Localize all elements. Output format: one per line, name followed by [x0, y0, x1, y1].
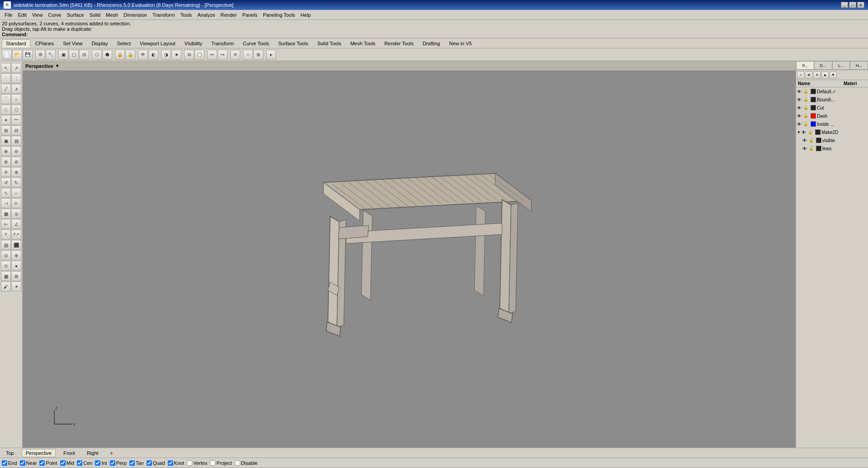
rp-tab-display[interactable]: D...: [814, 61, 832, 70]
tb-deselect[interactable]: ▢: [69, 50, 79, 60]
tab-mesh-tools[interactable]: Mesh Tools: [346, 39, 379, 48]
lt-clipping-plane[interactable]: ⬛: [11, 240, 21, 250]
osnap-cen-cb[interactable]: [77, 460, 82, 466]
tb-save[interactable]: 💾: [23, 50, 33, 60]
osnap-tan-cb[interactable]: [129, 460, 135, 466]
osnap-quad[interactable]: Quad: [147, 460, 165, 466]
vp-tab-top[interactable]: Top: [2, 449, 18, 457]
lt-dim-linear[interactable]: ⊢: [1, 219, 11, 229]
tb-delete[interactable]: ✕: [230, 50, 240, 60]
lt-gumball[interactable]: ⊙: [1, 261, 11, 271]
layer-color-boundi[interactable]: [811, 97, 816, 102]
rp-tab-help[interactable]: H...: [850, 61, 868, 70]
layer-color-lines[interactable]: [816, 146, 821, 151]
tb-redo[interactable]: ↪: [218, 50, 228, 60]
layer-lock-dash[interactable]: 🔓: [803, 114, 810, 118]
menu-transform[interactable]: Transform: [150, 11, 178, 19]
layer-color-make2d[interactable]: [815, 129, 821, 135]
layer-row-dash[interactable]: 👁 🔓 Dash: [796, 112, 868, 120]
osnap-cen[interactable]: Cen: [77, 460, 92, 466]
osnap-mid-cb[interactable]: [60, 460, 66, 466]
osnap-quad-cb[interactable]: [147, 460, 152, 466]
layer-expand-make2d[interactable]: ▼: [797, 130, 802, 134]
lt-curve-from-pts[interactable]: ✦: [1, 115, 11, 125]
menu-analyze[interactable]: Analyze: [194, 11, 218, 19]
minimize-button[interactable]: _: [841, 2, 848, 8]
layer-eye-make2d[interactable]: 👁: [802, 130, 808, 135]
osnap-disable[interactable]: Disable: [235, 460, 258, 466]
menu-edit[interactable]: Edit: [15, 11, 29, 19]
lt-record[interactable]: ●: [11, 261, 21, 271]
osnap-disable-cb[interactable]: [235, 460, 240, 466]
tb-show[interactable]: 👁: [138, 50, 148, 60]
tab-visibility[interactable]: Visibility: [180, 39, 207, 48]
lt-extrude-tapered[interactable]: ▤: [11, 136, 21, 146]
lt-arc[interactable]: ⌒: [1, 94, 11, 104]
tb-copy[interactable]: ⧉: [184, 50, 194, 60]
tab-set-view[interactable]: Set View: [59, 39, 86, 48]
rp-new-layer[interactable]: +: [797, 72, 804, 79]
lt-end-paint[interactable]: 🖌: [1, 282, 11, 291]
tb-end-of-bar[interactable]: ▸: [266, 50, 276, 60]
lt-surface-from-planar[interactable]: ⊟: [11, 125, 21, 135]
layer-eye-lines[interactable]: 👁: [802, 146, 809, 151]
tb-new[interactable]: 📄: [2, 50, 12, 60]
tb-properties[interactable]: 🔧: [46, 50, 56, 60]
layer-row-boundi[interactable]: 👁 🔓 Boundi...: [796, 96, 868, 104]
layer-color-inside[interactable]: [811, 121, 816, 127]
tb-render[interactable]: ★: [171, 50, 181, 60]
lt-smart-track[interactable]: ⊕: [11, 250, 21, 260]
tb-open[interactable]: 📂: [12, 50, 22, 60]
layer-eye-cut[interactable]: 👁: [797, 105, 803, 110]
lt-mirror[interactable]: ⊣: [1, 198, 11, 208]
osnap-mid[interactable]: Mid: [60, 460, 75, 466]
lt-boolean-intersect[interactable]: ⊗: [1, 157, 11, 167]
lt-scale-1d[interactable]: ↔: [11, 188, 21, 198]
tb-shade[interactable]: ◑: [161, 50, 171, 60]
tab-viewport-layout[interactable]: Viewport Layout: [136, 39, 180, 48]
osnap-int[interactable]: Int: [95, 460, 107, 466]
lt-offset[interactable]: ⊨: [11, 198, 21, 208]
layer-eye-visible[interactable]: 👁: [802, 138, 809, 143]
layer-lock-visible[interactable]: 🔓: [809, 138, 815, 143]
viewport-canvas[interactable]: z x: [23, 71, 796, 448]
lt-rotate-3d[interactable]: ↻: [11, 177, 21, 187]
rp-move-down[interactable]: ▼: [830, 72, 837, 79]
lt-leader[interactable]: T↗: [11, 229, 21, 239]
layer-row-lines[interactable]: 👁 🔓 lines: [796, 144, 868, 153]
menu-solid[interactable]: Solid: [87, 11, 103, 19]
tb-ortho[interactable]: ⊞: [253, 50, 263, 60]
osnap-point[interactable]: Point: [39, 460, 57, 466]
menu-panels[interactable]: Panels: [240, 11, 261, 19]
window-controls[interactable]: _ □ ✕: [841, 2, 864, 8]
tb-ungroup[interactable]: ⬢: [102, 50, 112, 60]
lt-move[interactable]: ✛: [1, 167, 11, 177]
tab-curve-tools[interactable]: Curve Tools: [239, 39, 273, 48]
layer-lock-inside[interactable]: 🔓: [803, 122, 810, 126]
osnap-end-cb[interactable]: [2, 460, 7, 466]
rp-tab-layers[interactable]: L...: [832, 61, 850, 70]
layer-row-visible[interactable]: 👁 🔓 visible: [796, 136, 868, 144]
osnap-vertex-cb[interactable]: [187, 460, 192, 466]
lt-surface-from-pts[interactable]: ⊞: [1, 125, 11, 135]
tab-select[interactable]: Select: [113, 39, 135, 48]
lt-solid-split[interactable]: ⊘: [11, 157, 21, 167]
menu-view[interactable]: View: [29, 11, 46, 19]
close-button[interactable]: ✕: [857, 2, 864, 8]
menu-curve[interactable]: Curve: [45, 11, 64, 19]
osnap-project[interactable]: Project: [210, 460, 232, 466]
layer-lock-make2d[interactable]: 🔓: [808, 130, 814, 134]
lt-array[interactable]: ▦: [1, 209, 11, 219]
layer-eye-default[interactable]: 👁: [797, 89, 803, 94]
menu-file[interactable]: File: [2, 11, 15, 19]
lt-freeform-curve[interactable]: 〜: [11, 115, 21, 125]
tab-standard[interactable]: Standard: [2, 39, 30, 48]
osnap-tan[interactable]: Tan: [129, 460, 144, 466]
layer-color-visible[interactable]: [816, 138, 821, 143]
lt-copy[interactable]: ⊕: [11, 167, 21, 177]
vp-tab-perspective[interactable]: Perspective: [22, 449, 56, 457]
layer-eye-dash[interactable]: 👁: [797, 114, 803, 119]
tb-undo[interactable]: ↩: [207, 50, 217, 60]
menu-render[interactable]: Render: [218, 11, 240, 19]
osnap-near-cb[interactable]: [20, 460, 25, 466]
